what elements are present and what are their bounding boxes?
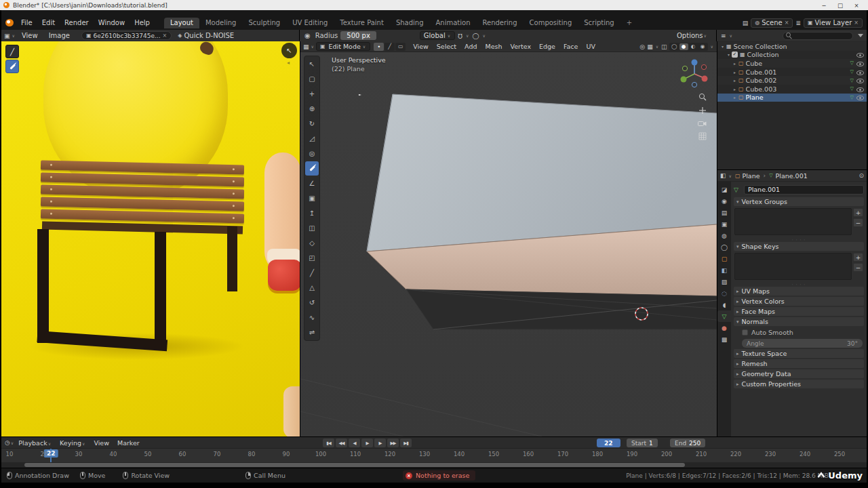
panel-custom-properties[interactable]: ▸Custom Properties xyxy=(734,380,864,388)
transport-prev-frame-button[interactable]: ◀ xyxy=(349,439,360,447)
outliner-row-collection[interactable]: ▾✓▦Collection xyxy=(717,51,867,60)
tool-select-tweak[interactable]: ↖ xyxy=(305,57,319,71)
visibility-eye-icon[interactable] xyxy=(856,69,864,75)
viewport-menu-view[interactable]: View xyxy=(409,43,433,50)
disclosure-icon[interactable]: ▸ xyxy=(732,95,738,100)
transport-next-keyframe-button[interactable]: ▶▶ xyxy=(387,439,399,447)
panel-remesh[interactable]: ▸Remesh xyxy=(734,359,864,368)
outliner-search-input[interactable] xyxy=(783,32,853,40)
timeline-menu-marker[interactable]: Marker xyxy=(113,439,144,447)
visibility-eye-icon[interactable] xyxy=(856,52,864,58)
radius-field[interactable]: 500 px xyxy=(340,31,376,40)
add-workspace-button[interactable]: + xyxy=(620,18,638,28)
auto-smooth-angle-slider[interactable]: Angle30° xyxy=(742,339,863,348)
editor-type-timeline-icon[interactable]: ◷ xyxy=(5,439,10,446)
tool-edge-slide[interactable]: ⇌ xyxy=(305,325,319,340)
panel-vertex-colors[interactable]: ▸Vertex Colors xyxy=(734,297,864,306)
workspace-tab-sculpting[interactable]: Sculpting xyxy=(242,18,286,28)
tool-smooth[interactable]: ∿ xyxy=(305,310,319,325)
empty-list-box[interactable] xyxy=(734,253,852,280)
remove-item-button[interactable]: − xyxy=(853,263,863,272)
view-layer-browse-icon[interactable]: ≣ xyxy=(795,20,801,26)
mode-selector[interactable]: ▣ Edit Mode ∨ xyxy=(316,42,370,51)
zoom-icon[interactable] xyxy=(698,93,707,101)
current-frame-field[interactable]: 22 xyxy=(597,439,620,447)
wireframe-shading-button[interactable]: ◯ xyxy=(670,43,679,50)
workspace-tab-modeling[interactable]: Modeling xyxy=(199,18,243,28)
panel-resize-grip[interactable] xyxy=(734,280,864,285)
viewport-menu-edge[interactable]: Edge xyxy=(535,43,559,50)
properties-tab-object[interactable]: ▢ xyxy=(717,253,731,264)
visibility-eye-icon[interactable] xyxy=(856,86,864,92)
unlink-view-layer-icon[interactable]: × xyxy=(854,20,859,26)
properties-tab-modifiers[interactable]: ◧ xyxy=(717,264,731,276)
editor-type-outliner-icon[interactable]: ≡ xyxy=(721,33,726,39)
properties-tab-view-layer[interactable]: ▣ xyxy=(717,218,731,230)
material-shading-button[interactable]: ◐ xyxy=(689,43,698,50)
unlink-image-icon[interactable]: × xyxy=(163,33,167,39)
disclosure-icon[interactable]: ▸ xyxy=(732,61,738,66)
panel-normals[interactable]: ▾Normals xyxy=(734,317,864,326)
add-item-button[interactable]: + xyxy=(853,253,863,262)
tool-extrude-region[interactable]: ↥ xyxy=(305,206,319,220)
transport-next-frame-button[interactable]: ▶ xyxy=(374,439,386,447)
panel-vertex-groups[interactable]: ▾Vertex Groups xyxy=(734,197,864,206)
properties-tab-render[interactable]: ◉ xyxy=(717,195,731,207)
viewport-menu-uv[interactable]: UV xyxy=(582,43,599,50)
timeline-scrollbar-handle[interactable] xyxy=(24,463,685,467)
tool-knife[interactable]: ╱ xyxy=(305,266,319,280)
outliner-row-cube-001[interactable]: ▸▢Cube.001▽ xyxy=(717,68,867,77)
viewport-menu-vertex[interactable]: Vertex xyxy=(506,43,535,50)
maximize-button[interactable]: □ xyxy=(832,2,848,9)
solid-shading-button[interactable]: ● xyxy=(679,43,688,50)
workspace-tab-rendering[interactable]: Rendering xyxy=(476,18,523,28)
image-datablock-field[interactable]: ▣ 6e2610bc3b33745e... × xyxy=(81,31,172,40)
workspace-tab-shading[interactable]: Shading xyxy=(390,18,430,28)
workspace-tab-animation[interactable]: Animation xyxy=(430,18,477,28)
tool-bevel[interactable]: ◇ xyxy=(305,236,319,250)
transport-jump-end-button[interactable]: ▶▮ xyxy=(400,439,412,447)
panel-resize-grip[interactable] xyxy=(734,235,864,241)
panel-shape-keys[interactable]: ▾Shape Keys xyxy=(734,242,864,251)
frame-end-field[interactable]: End 250 xyxy=(670,439,705,447)
timeline-menu-view[interactable]: View xyxy=(90,439,113,447)
unlink-scene-icon[interactable]: × xyxy=(785,20,789,26)
move-view-icon[interactable] xyxy=(698,106,707,115)
timeline-ruler[interactable]: 22 1020304050607080901001101201301401501… xyxy=(1,449,867,462)
viewport-menu-mesh[interactable]: Mesh xyxy=(481,43,506,50)
close-button[interactable]: × xyxy=(848,2,865,9)
disclosure-icon[interactable]: ▸ xyxy=(732,70,738,75)
properties-tab-material[interactable]: ● xyxy=(717,322,731,333)
breadcrumb-data-label[interactable]: Plane.001 xyxy=(776,172,808,180)
empty-list-box[interactable] xyxy=(734,208,852,235)
data-name-field[interactable]: Plane.001 xyxy=(744,185,864,195)
visibility-eye-icon[interactable] xyxy=(856,94,864,100)
image-editor-canvas[interactable]: ╱ ↖ ◂ xyxy=(1,41,300,436)
add-item-button[interactable]: + xyxy=(853,208,863,217)
outliner-row-plane[interactable]: ▸▢Plane▽ xyxy=(717,94,867,102)
workspace-tab-layout[interactable]: Layout xyxy=(164,18,199,28)
camera-view-icon[interactable] xyxy=(698,120,707,127)
properties-tab-texture[interactable]: ▩ xyxy=(717,333,731,345)
outliner-row-cube[interactable]: ▸▢Cube▽ xyxy=(717,59,867,68)
outliner-row-cube-002[interactable]: ▸▢Cube.002▽ xyxy=(717,76,867,85)
panel-texture-space[interactable]: ▸Texture Space xyxy=(734,349,864,358)
tool-transform[interactable]: ◎ xyxy=(305,146,319,161)
transport-jump-start-button[interactable]: ▮◀ xyxy=(323,439,334,447)
image-menu-view[interactable]: View xyxy=(17,32,43,39)
timeline-menu-keying[interactable]: Keying∨ xyxy=(56,439,90,447)
tool-select-box[interactable]: ▢ xyxy=(305,72,319,86)
properties-tab-object-data[interactable]: ▽ xyxy=(717,310,731,322)
properties-tab-particles[interactable]: ▨ xyxy=(717,276,731,287)
tool-add-cube[interactable]: ▣ xyxy=(305,191,319,205)
disclosure-icon[interactable]: ▸ xyxy=(732,87,738,92)
viewport-menu-select[interactable]: Select xyxy=(433,43,460,50)
tool-loop-cut[interactable]: ◰ xyxy=(305,251,319,265)
workspace-tab-scripting[interactable]: Scripting xyxy=(578,18,620,28)
visibility-eye-icon[interactable] xyxy=(856,60,864,66)
topbar-menu-file[interactable]: File xyxy=(16,19,37,26)
properties-tab-scene[interactable]: ◍ xyxy=(717,230,731,241)
snap-magnet-icon[interactable]: Ω xyxy=(458,33,462,39)
viewport-menu-face[interactable]: Face xyxy=(559,43,582,50)
timeline-scrollbar[interactable] xyxy=(1,462,867,468)
